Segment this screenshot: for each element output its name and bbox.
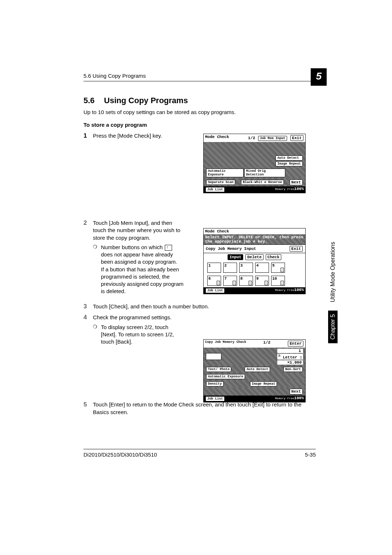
lcd-screen-mode-check: Mode Check 1/2 Job Mem Input Exit Auto D… xyxy=(203,134,306,193)
job-list-button[interactable]: Job List xyxy=(205,396,225,401)
page-footer: Di2010/Di2510/Di3010/Di3510 5-35 xyxy=(83,449,316,458)
download-icon: ↓ xyxy=(265,281,268,285)
download-icon: ↓ xyxy=(217,281,220,285)
memory-status: Memory Free100% xyxy=(275,288,304,293)
job-slot-3[interactable]: 3 xyxy=(239,263,253,273)
running-header-text: 5.6 Using Copy Programs xyxy=(83,73,146,79)
job-slot-2[interactable]: 2 xyxy=(223,263,237,273)
bullet-icon: ❍ xyxy=(93,244,101,295)
lcd-title: Mode Check xyxy=(205,135,229,141)
footer-model: Di2010/Di2510/Di3010/Di3510 xyxy=(83,451,157,458)
job-mem-input-button[interactable]: Job Mem Input xyxy=(258,136,287,141)
job-slot-9[interactable]: 9↓ xyxy=(255,276,269,286)
job-slot-1[interactable]: 1 xyxy=(207,263,221,273)
step-5: 5 Touch [Enter] to return to the Mode Ch… xyxy=(83,401,316,416)
image-repeat-button[interactable]: Image Repeat xyxy=(250,381,277,386)
auto-exposure-button[interactable]: Automatic Exposure xyxy=(206,374,245,379)
download-icon xyxy=(165,245,172,251)
job-list-button[interactable]: Job List xyxy=(205,288,225,293)
mixed-orig-button[interactable]: Mixed Orig Detection xyxy=(244,169,285,177)
step-text: Press the [Mode Check] key. xyxy=(93,132,184,139)
check-tab[interactable]: Check xyxy=(266,254,281,260)
memory-status: Memory Free100% xyxy=(275,396,304,402)
bullet-icon: ❍ xyxy=(93,324,101,346)
lcd-subtitle: Copy Job Memory Input xyxy=(206,247,256,251)
memory-status: Memory Free100% xyxy=(275,187,304,193)
step-body: Check the programmed settings. ❍ To disp… xyxy=(93,314,184,345)
chapter-badge: 5 xyxy=(311,68,327,86)
exit-button[interactable]: Exit xyxy=(290,246,303,252)
text-photo-button[interactable]: Text/ Photo xyxy=(206,367,231,372)
job-slot-5[interactable]: 5↓ xyxy=(271,263,285,273)
step-text: Check the programmed settings. xyxy=(93,314,172,320)
next-button[interactable]: Next xyxy=(290,389,303,394)
paper-size: Letter xyxy=(283,355,297,360)
footer-page: 5-35 xyxy=(305,451,316,458)
paper-prefix: B xyxy=(278,354,281,358)
step-text: Touch [Check], and then touch a number b… xyxy=(93,303,316,310)
section-number: 5.6 xyxy=(83,96,95,105)
step-number: 3 xyxy=(83,303,93,310)
lcd-prompt: Select INPUT, DELETE or CHECK, then pres… xyxy=(204,234,305,244)
step-text: Touch [Enter] to return to the Mode Chec… xyxy=(93,401,316,416)
step-number: 4 xyxy=(83,314,93,321)
step-number: 1 xyxy=(83,132,93,139)
section-title-text: Using Copy Programs xyxy=(104,96,188,105)
lcd-screen-job-memory-input: Mode Check Select INPUT, DELETE or CHECK… xyxy=(203,228,306,294)
lcd-screen-memory-check: Copy Job Memory Check 1/2 Enter ▦ ▸ ▦ 1 … xyxy=(203,339,306,402)
lcd-page: 1/2 xyxy=(263,340,270,347)
separate-scan-button[interactable]: Separate Scan xyxy=(206,180,235,185)
download-icon: ↓ xyxy=(281,268,284,272)
auto-exposure-button[interactable]: Automatic Exposure xyxy=(206,169,244,177)
delete-tab[interactable]: Delete xyxy=(245,254,264,260)
exit-button[interactable]: Exit xyxy=(290,135,303,141)
bullet-text: Number buttons on which xyxy=(101,244,163,250)
step-number: 5 xyxy=(83,401,93,408)
step-number: 2 xyxy=(83,219,93,227)
intro-paragraph: Up to 10 sets of copy settings can be st… xyxy=(83,109,316,115)
download-icon: ↓ xyxy=(249,281,252,285)
zoom-value: ×1.000 xyxy=(277,360,303,365)
non-sort-button[interactable]: Non-Sort xyxy=(283,367,303,372)
lcd-title: Mode Check xyxy=(205,229,229,234)
side-text: Utility Mode Operations xyxy=(328,240,337,304)
image-repeat-button[interactable]: Image Repeat xyxy=(275,161,303,166)
section-title: 5.6Using Copy Programs xyxy=(83,96,316,105)
copies-count: 1 xyxy=(277,349,303,353)
step-text: Touch [Job Mem Input], and then touch th… xyxy=(93,220,180,241)
enter-button[interactable]: Enter xyxy=(288,341,303,347)
auto-detect-button[interactable]: Auto Detect xyxy=(275,155,303,161)
job-slot-7[interactable]: 7↓ xyxy=(223,276,237,286)
download-icon: ↓ xyxy=(233,281,236,285)
running-header: 5.6 Using Copy Programs 5 xyxy=(83,73,316,81)
side-tab: Chapter 5 Utility Mode Operations xyxy=(328,240,338,343)
lcd-page: 1/2 xyxy=(248,136,255,140)
next-button[interactable]: Next xyxy=(290,179,303,185)
download-icon: ↓ xyxy=(281,281,284,285)
job-list-button[interactable]: Job List xyxy=(205,187,225,192)
job-slot-8[interactable]: 8↓ xyxy=(239,276,253,286)
bullet-body: Number buttons on which does not appear … xyxy=(101,244,184,295)
bullet-note: If a button that has already been progra… xyxy=(101,266,184,295)
job-slot-4[interactable]: 4 xyxy=(255,263,269,273)
bullet-cont: does not appear have already been assign… xyxy=(101,251,177,265)
job-slot-10[interactable]: 10↓ xyxy=(271,276,285,286)
side-chapter: Chapter 5 xyxy=(328,311,338,343)
density-button[interactable]: Density xyxy=(206,381,224,386)
step-body: Touch [Job Mem Input], and then touch th… xyxy=(93,219,184,295)
job-slot-6[interactable]: 6↓ xyxy=(207,276,221,286)
step-3: 3 Touch [Check], and then touch a number… xyxy=(83,303,316,310)
lcd-title: Copy Job Memory Check xyxy=(205,340,246,347)
input-tab[interactable]: Input xyxy=(228,254,243,260)
auto-detect-button[interactable]: Auto Detect xyxy=(245,367,270,372)
subheading: To store a copy program xyxy=(83,122,316,128)
orig-copy-icon: ▦ ▸ ▦ xyxy=(206,353,221,360)
bullet-text: To display screen 2/2, touch [Next]. To … xyxy=(101,324,184,346)
orientation-icon: ▯ xyxy=(299,355,302,360)
bw-reverse-button[interactable]: Black-Whit e Reverse xyxy=(241,180,284,185)
